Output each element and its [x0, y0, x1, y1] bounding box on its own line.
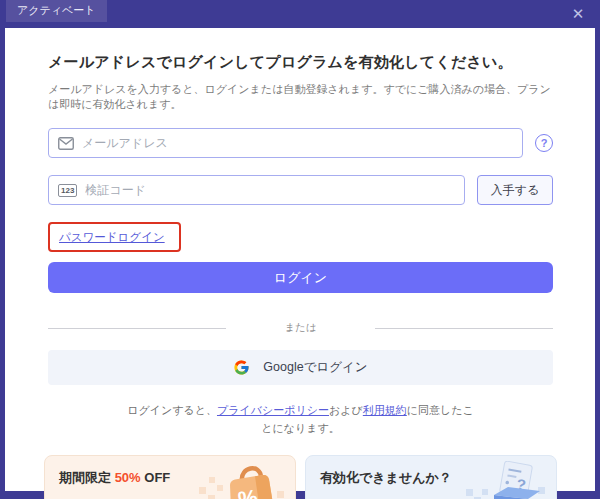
- google-login-label: Googleでログイン: [263, 359, 367, 376]
- activation-dialog: アクティベート ✕ メールアドレスでログインしてプログラムを有効化してください。…: [0, 0, 600, 499]
- discount-title: 期間限定 50% OFF: [59, 469, 281, 487]
- terms-link[interactable]: 利用規約: [363, 404, 407, 416]
- login-button[interactable]: ログイン: [48, 262, 553, 293]
- password-login-row: パスワードログイン: [48, 222, 553, 252]
- password-login-link[interactable]: パスワードログイン: [59, 231, 165, 243]
- help-title: 有効化できませんか？: [320, 469, 542, 487]
- window-title: アクティベート: [6, 0, 107, 22]
- dialog-content: メールアドレスでログインしてプログラムを有効化してください。 メールアドレスを入…: [5, 28, 595, 491]
- email-field[interactable]: [82, 136, 513, 150]
- titlebar: アクティベート ✕: [0, 0, 600, 28]
- code-row: 123 入手する: [48, 175, 553, 205]
- promo-cards: 期間限定 50% OFF 今すぐ購入→ %: [44, 455, 557, 499]
- divider-line: [375, 328, 553, 329]
- help-promo-card[interactable]: 有効化できませんか？ ヘルプを見る→: [305, 455, 557, 499]
- email-row: ?: [48, 128, 553, 158]
- legal-prefix: ログインすると、: [127, 404, 217, 416]
- legal-text: ログインすると、プライバシーポリシーおよび利用規約に同意したことになります。: [125, 402, 477, 437]
- google-logo-icon: [233, 359, 250, 376]
- highlight-box: パスワードログイン: [48, 222, 181, 252]
- discount-percent: 50%: [115, 470, 141, 485]
- divider-label: または: [284, 321, 316, 335]
- help-icon[interactable]: ?: [535, 134, 553, 152]
- discount-title-suffix: OFF: [141, 470, 171, 485]
- page-title: メールアドレスでログインしてプログラムを有効化してください。: [48, 53, 553, 72]
- discount-promo-card[interactable]: 期間限定 50% OFF 今すぐ購入→ %: [44, 455, 296, 499]
- mail-icon: [58, 137, 74, 150]
- close-icon[interactable]: ✕: [569, 5, 587, 23]
- discount-title-prefix: 期間限定: [59, 470, 115, 485]
- privacy-policy-link[interactable]: プライバシーポリシー: [217, 404, 329, 416]
- code-123-icon: 123: [58, 184, 77, 197]
- legal-middle: および: [329, 404, 363, 416]
- page-subtitle: メールアドレスを入力すると、ログインまたは自動登録されます。すでにご購入済みの場…: [48, 82, 553, 112]
- or-divider: または: [48, 321, 553, 335]
- get-code-button[interactable]: 入手する: [477, 175, 553, 205]
- divider-line: [48, 328, 226, 329]
- email-input-wrap: [48, 128, 523, 158]
- google-login-button[interactable]: Googleでログイン: [48, 350, 553, 385]
- verification-code-field[interactable]: [85, 183, 455, 197]
- code-input-wrap: 123: [48, 175, 465, 205]
